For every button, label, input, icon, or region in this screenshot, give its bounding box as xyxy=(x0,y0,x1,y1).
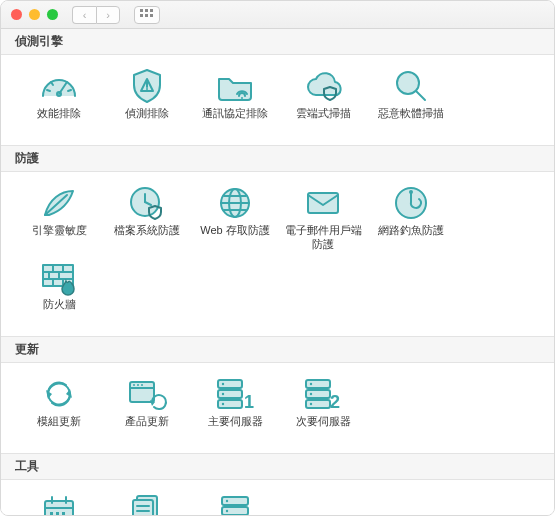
item-label: 雲端式掃描 xyxy=(296,107,351,133)
svg-point-87 xyxy=(226,499,228,501)
svg-rect-55 xyxy=(306,380,330,388)
item-label: 引擎靈敏度 xyxy=(32,224,87,250)
svg-rect-59 xyxy=(306,400,330,408)
item-label: 電子郵件用戶端防護 xyxy=(281,224,365,252)
item-label: 防火牆 xyxy=(43,298,76,324)
section-header-protection: 防護 xyxy=(1,145,554,172)
item-label: 惡意軟體掃描 xyxy=(378,107,444,133)
minimize-icon[interactable] xyxy=(29,9,40,20)
window-controls xyxy=(11,9,58,20)
svg-rect-57 xyxy=(306,390,330,398)
item-malware-scan[interactable]: 惡意軟體掃描 xyxy=(367,63,455,135)
item-web-protection[interactable]: Web 存取防護 xyxy=(191,180,279,254)
svg-point-54 xyxy=(222,402,224,404)
svg-rect-3 xyxy=(140,14,143,17)
item-product-update[interactable]: 產品更新 xyxy=(103,371,191,443)
svg-point-30 xyxy=(409,190,413,194)
shield-alert-icon xyxy=(128,67,166,105)
svg-point-62 xyxy=(310,392,312,394)
item-scheduler[interactable]: 排程器 xyxy=(15,488,103,516)
item-detection-exclusions[interactable]: 偵測排除 xyxy=(103,63,191,135)
item-label: 網路釣魚防護 xyxy=(378,224,444,250)
item-label: 主要伺服器 xyxy=(208,415,263,441)
feather-icon xyxy=(39,185,79,221)
item-protocol-exclusions[interactable]: 通訊協定排除 xyxy=(191,63,279,135)
svg-point-45 xyxy=(141,384,143,386)
svg-point-12 xyxy=(146,88,148,90)
forward-button[interactable]: › xyxy=(96,6,120,24)
svg-point-44 xyxy=(137,384,139,386)
refresh-icon xyxy=(40,376,78,412)
svg-point-88 xyxy=(226,509,228,511)
svg-rect-50 xyxy=(218,400,242,408)
svg-line-16 xyxy=(416,91,425,100)
svg-line-10 xyxy=(68,90,71,91)
svg-rect-5 xyxy=(150,14,153,17)
svg-rect-31 xyxy=(43,265,73,272)
item-module-update[interactable]: 模組更新 xyxy=(15,371,103,443)
documents-icon xyxy=(127,492,167,516)
item-primary-server[interactable]: 1 主要伺服器 xyxy=(191,371,279,443)
item-antiphishing[interactable]: 網路釣魚防護 xyxy=(367,180,455,254)
item-cloud-scan[interactable]: 雲端式掃描 xyxy=(279,63,367,135)
show-all-button[interactable] xyxy=(134,6,160,24)
item-performance-exclusions[interactable]: 效能排除 xyxy=(15,63,103,135)
item-filesystem-protection[interactable]: 檔案系統防護 xyxy=(103,180,191,254)
firewall-icon xyxy=(39,259,79,295)
section-body-detection: 效能排除 偵測排除 通訊協定排除 雲端式掃描 惡意軟體掃描 xyxy=(1,55,554,145)
svg-rect-70 xyxy=(56,512,59,515)
svg-rect-4 xyxy=(145,14,148,17)
svg-rect-2 xyxy=(150,9,153,12)
item-label: 檔案系統防護 xyxy=(114,224,180,250)
calendar-icon xyxy=(40,493,78,516)
svg-point-52 xyxy=(222,382,224,384)
preferences-window: ‹ › 偵測引擎 效能排除 偵測排除 xyxy=(0,0,555,516)
titlebar: ‹ › xyxy=(1,1,554,29)
svg-point-61 xyxy=(310,382,312,384)
svg-rect-71 xyxy=(62,512,65,515)
item-engine-sensitivity[interactable]: 引擎靈敏度 xyxy=(15,180,103,254)
svg-point-43 xyxy=(133,384,135,386)
item-label: Web 存取防護 xyxy=(200,224,269,250)
item-label: 產品更新 xyxy=(125,415,169,441)
svg-line-8 xyxy=(47,90,50,91)
svg-rect-76 xyxy=(133,500,153,516)
globe-icon xyxy=(216,184,254,222)
gauge-icon xyxy=(39,68,79,104)
item-label: 偵測排除 xyxy=(125,107,169,133)
close-icon[interactable] xyxy=(11,9,22,20)
svg-rect-69 xyxy=(50,512,53,515)
hook-icon xyxy=(392,184,430,222)
svg-rect-46 xyxy=(218,380,242,388)
grid-icon xyxy=(140,9,154,21)
svg-rect-26 xyxy=(308,193,338,213)
section-body-protection: 引擎靈敏度 檔案系統防護 Web 存取防護 電子郵件用戶端防護 網路釣魚防護 防… xyxy=(1,172,554,336)
item-proxy-server[interactable]: Proxy 伺服器 xyxy=(191,488,279,516)
content: 偵測引擎 效能排除 偵測排除 通訊協定排除 雲端式掃描 惡意軟體掃描 xyxy=(1,29,554,515)
server-2-icon: 2 xyxy=(302,376,344,412)
item-firewall[interactable]: 防火牆 xyxy=(15,254,103,326)
item-label: 模組更新 xyxy=(37,415,81,441)
server-1-icon: 1 xyxy=(214,376,256,412)
svg-rect-0 xyxy=(140,9,143,12)
item-label: 效能排除 xyxy=(37,107,81,133)
cloud-shield-icon xyxy=(302,69,344,103)
envelope-icon xyxy=(303,187,343,219)
section-body-tools: 排程器 防護記錄檔案 Proxy 伺服器 xyxy=(1,480,554,516)
item-email-protection[interactable]: 電子郵件用戶端防護 xyxy=(279,180,367,254)
magnifier-icon xyxy=(392,67,430,105)
chevron-left-icon: ‹ xyxy=(83,9,87,21)
svg-point-53 xyxy=(222,392,224,394)
clock-shield-icon xyxy=(127,184,167,222)
svg-rect-1 xyxy=(145,9,148,12)
zoom-icon[interactable] xyxy=(47,9,58,20)
nav-buttons: ‹ › xyxy=(72,6,120,24)
item-secondary-server[interactable]: 2 次要伺服器 xyxy=(279,371,367,443)
server-icon xyxy=(216,493,254,516)
number-2: 2 xyxy=(330,392,340,412)
item-log-files[interactable]: 防護記錄檔案 xyxy=(103,488,191,516)
box-refresh-icon xyxy=(126,376,168,412)
section-body-update: 模組更新 產品更新 1 主要伺服器 2 次要伺服器 xyxy=(1,363,554,453)
back-button[interactable]: ‹ xyxy=(72,6,96,24)
svg-point-63 xyxy=(310,402,312,404)
